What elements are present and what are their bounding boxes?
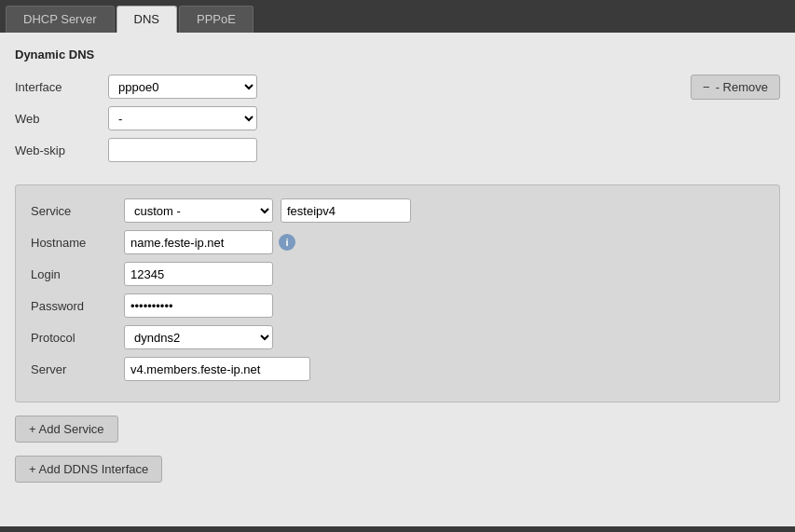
interface-row: Interface pppoe0 eth0 eth1: [15, 75, 691, 99]
web-row: Web - auto: [15, 106, 691, 130]
password-label: Password: [31, 299, 124, 313]
webskip-input[interactable]: [108, 138, 257, 162]
remove-minus-icon: −: [703, 80, 710, 94]
remove-label: - Remove: [716, 80, 768, 94]
service-row: Service custom - dyndns noip: [31, 198, 764, 223]
service-name-input[interactable]: [281, 198, 411, 223]
service-select[interactable]: custom - dyndns noip: [124, 198, 273, 223]
protocol-row: Protocol dyndns2 dyndns1 noip: [31, 325, 764, 349]
tab-bar: DHCP Server DNS PPPoE: [0, 0, 795, 33]
remove-button[interactable]: − - Remove: [691, 75, 780, 100]
password-row: Password: [31, 293, 764, 318]
login-row: Login: [31, 262, 764, 286]
server-input[interactable]: [124, 357, 310, 381]
webskip-row: Web-skip: [15, 138, 691, 162]
server-row: Server: [31, 357, 764, 381]
service-label: Service: [31, 204, 124, 218]
add-ddns-interface-button[interactable]: + Add DDNS Interface: [15, 456, 162, 483]
hostname-input[interactable]: [124, 230, 273, 254]
webskip-label: Web-skip: [15, 143, 108, 157]
content-area: Dynamic DNS Interface pppoe0 eth0 eth1 W…: [0, 33, 795, 526]
service-block: Service custom - dyndns noip Hostname i …: [15, 184, 780, 402]
protocol-select[interactable]: dyndns2 dyndns1 noip: [124, 325, 273, 349]
login-input[interactable]: [124, 262, 273, 286]
tab-dns[interactable]: DNS: [117, 6, 177, 33]
hostname-row: Hostname i: [31, 230, 764, 254]
hostname-label: Hostname: [31, 236, 124, 250]
web-select[interactable]: - auto: [108, 106, 257, 130]
server-label: Server: [31, 362, 124, 376]
web-label: Web: [15, 112, 108, 126]
info-icon[interactable]: i: [279, 234, 295, 251]
tab-dhcp[interactable]: DHCP Server: [6, 6, 115, 33]
add-service-button[interactable]: + Add Service: [15, 416, 118, 443]
login-label: Login: [31, 267, 124, 281]
password-input[interactable]: [124, 293, 273, 318]
interface-label: Interface: [15, 80, 108, 94]
section-title: Dynamic DNS: [15, 48, 780, 61]
tab-pppoe[interactable]: PPPoE: [179, 6, 254, 33]
interface-select[interactable]: pppoe0 eth0 eth1: [108, 75, 257, 99]
protocol-label: Protocol: [31, 331, 124, 345]
